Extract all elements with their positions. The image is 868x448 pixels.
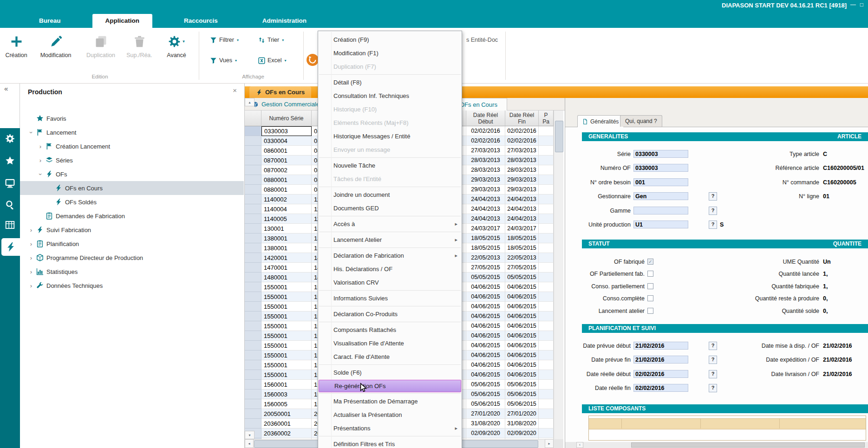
- column-header[interactable]: Date Réel Fin: [505, 110, 539, 126]
- row-selector[interactable]: [245, 312, 261, 321]
- cell-date-debut[interactable]: 05/05/2015: [466, 273, 505, 282]
- vertical-scrollbar[interactable]: [554, 110, 563, 439]
- cell-numero-serie[interactable]: 0880001: [261, 175, 312, 185]
- column-header[interactable]: Date Réel Début: [466, 110, 505, 126]
- field-input[interactable]: 02/02/2016: [633, 384, 688, 392]
- menu-item[interactable]: Composants Rattachés ▸: [318, 323, 462, 337]
- cell-extra[interactable]: [539, 273, 554, 282]
- menu-item[interactable]: Re-génération OFs ▸: [319, 380, 461, 392]
- cell-date-debut[interactable]: 05/06/2015: [466, 380, 505, 390]
- scrollbar-thumb[interactable]: [631, 442, 865, 448]
- row-selector[interactable]: [245, 165, 261, 175]
- cell-date-debut[interactable]: 02/02/2016: [466, 136, 505, 146]
- row-selector[interactable]: [245, 302, 261, 312]
- cell-date-debut[interactable]: 04/06/2015: [466, 312, 505, 321]
- cell-date-debut[interactable]: 28/03/2013: [466, 165, 505, 175]
- row-selector[interactable]: [245, 360, 261, 370]
- cell-date-fin[interactable]: 04/06/2015: [505, 312, 539, 321]
- cell-numero-serie[interactable]: 0870001: [261, 156, 312, 165]
- cell-extra[interactable]: [539, 126, 554, 136]
- cell-numero-serie[interactable]: 1550001: [261, 302, 312, 312]
- chevron-icon[interactable]: ›: [28, 128, 35, 136]
- cell-numero-serie[interactable]: 1550001: [261, 312, 312, 321]
- cell-numero-serie[interactable]: 0880001: [261, 185, 312, 195]
- cell-date-debut[interactable]: 27/03/2013: [466, 146, 505, 156]
- row-selector[interactable]: [245, 292, 261, 302]
- cell-date-debut[interactable]: 27/01/2020: [466, 409, 505, 419]
- checkbox[interactable]: [647, 271, 653, 277]
- menu-item[interactable]: Création (F9) ▸: [318, 33, 462, 46]
- cell-extra[interactable]: [539, 351, 554, 360]
- tree-item[interactable]: › Favoris: [20, 111, 244, 125]
- tree-item[interactable]: › Lancement: [20, 125, 244, 139]
- tree-item[interactable]: › Suivi Fabrication: [20, 223, 244, 237]
- ribbon-tab[interactable]: Administration: [249, 14, 320, 28]
- menu-item[interactable]: Informations Suivies ▸: [318, 292, 462, 305]
- cell-extra[interactable]: [539, 331, 554, 341]
- cell-date-debut[interactable]: 31/08/2020: [466, 419, 505, 429]
- cell-numero-serie[interactable]: 1560003: [261, 390, 312, 399]
- cell-date-debut[interactable]: 24/04/2013: [466, 204, 505, 214]
- cell-numero-serie[interactable]: 1550001: [261, 341, 312, 351]
- cell-extra[interactable]: [539, 263, 554, 273]
- cell-numero-serie[interactable]: 1550001: [261, 282, 312, 292]
- menu-item[interactable]: Lancement Atelier ▸: [318, 233, 462, 247]
- chevron-icon[interactable]: ›: [27, 268, 35, 275]
- help-button[interactable]: ?: [709, 342, 717, 350]
- row-selector[interactable]: [245, 273, 261, 282]
- cell-date-fin[interactable]: 24/03/2017: [505, 224, 539, 234]
- tree-item[interactable]: › OFs en Cours: [20, 181, 244, 195]
- cell-date-debut[interactable]: 05/06/2015: [466, 390, 505, 399]
- menu-item[interactable]: Détail (F8) ▸: [318, 76, 462, 89]
- cell-date-fin[interactable]: 27/03/2013: [505, 146, 539, 156]
- row-selector[interactable]: [245, 204, 261, 214]
- tree-item[interactable]: › Création Lancement: [20, 139, 244, 153]
- cell-numero-serie[interactable]: 1550001: [261, 331, 312, 341]
- row-selector[interactable]: [245, 282, 261, 292]
- ribbon-button[interactable]: ▾ Création: [1, 32, 32, 58]
- field-input[interactable]: 02/02/2016: [633, 370, 688, 378]
- cell-date-debut[interactable]: 04/06/2015: [466, 302, 505, 312]
- cell-numero-serie[interactable]: 0860001: [261, 146, 312, 156]
- cell-date-fin[interactable]: 18/05/2015: [505, 234, 539, 243]
- row-selector[interactable]: [245, 214, 261, 224]
- row-selector[interactable]: [245, 341, 261, 351]
- cell-date-fin[interactable]: 04/06/2015: [505, 292, 539, 302]
- column-header[interactable]: Numéro Série: [261, 110, 312, 126]
- scrollbar-thumb[interactable]: [555, 121, 563, 152]
- scroll-right-button[interactable]: ▸: [545, 439, 554, 448]
- cell-date-fin[interactable]: 02/02/2016: [505, 126, 539, 136]
- cell-date-debut[interactable]: 04/06/2015: [466, 351, 505, 360]
- cell-date-debut[interactable]: 05/06/2015: [466, 399, 505, 409]
- row-selector[interactable]: [245, 370, 261, 380]
- cell-date-fin[interactable]: 05/06/2015: [505, 390, 539, 399]
- row-selector[interactable]: [245, 126, 261, 136]
- workspace-tab-ofs-en-cours[interactable]: OFs en Cours: [249, 86, 311, 98]
- cell-numero-serie[interactable]: 1140005: [261, 214, 312, 224]
- row-selector[interactable]: [245, 136, 261, 146]
- tree-item[interactable]: › Données Techniques: [20, 279, 244, 292]
- cell-date-fin[interactable]: 28/03/2013: [505, 156, 539, 165]
- cell-numero-serie[interactable]: 130001: [261, 224, 312, 234]
- cell-date-fin[interactable]: 24/04/2013: [505, 214, 539, 224]
- minimize-button[interactable]: —: [850, 1, 856, 8]
- checkbox[interactable]: [647, 308, 653, 314]
- cell-date-debut[interactable]: 04/06/2015: [466, 360, 505, 370]
- menu-item[interactable]: Visualisation File d'Attente ▸: [318, 337, 462, 350]
- help-button[interactable]: ?: [709, 207, 717, 215]
- cell-date-fin[interactable]: 05/06/2015: [505, 399, 539, 409]
- cell-extra[interactable]: [539, 165, 554, 175]
- cell-date-debut[interactable]: 04/06/2015: [466, 282, 505, 292]
- tree-item[interactable]: › Séries: [20, 153, 244, 167]
- field-input[interactable]: [633, 207, 688, 214]
- cell-date-debut[interactable]: 04/06/2015: [466, 292, 505, 302]
- cell-date-debut[interactable]: 29/03/2013: [466, 185, 505, 195]
- cell-date-fin[interactable]: 02/09/2020: [505, 429, 539, 438]
- scroll-down-button[interactable]: ▾: [245, 431, 255, 439]
- ribbon-tab[interactable]: Bureau: [26, 14, 74, 28]
- cell-numero-serie[interactable]: 1550001: [261, 321, 312, 331]
- cell-date-debut[interactable]: 24/04/2013: [466, 195, 505, 204]
- row-selector[interactable]: [245, 175, 261, 185]
- cell-extra[interactable]: [539, 175, 554, 185]
- scroll-left-button[interactable]: ◂: [245, 439, 254, 448]
